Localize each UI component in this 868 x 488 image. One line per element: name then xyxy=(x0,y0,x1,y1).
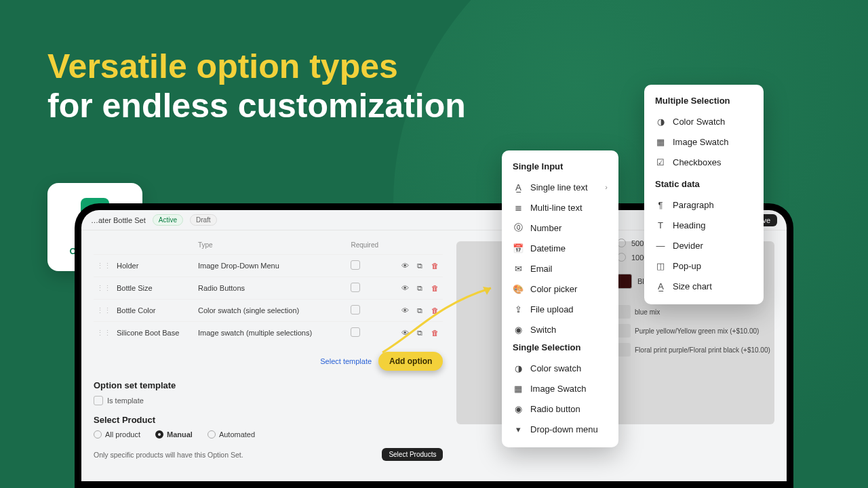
required-checkbox[interactable] xyxy=(351,260,360,270)
variant-thumb-icon xyxy=(617,343,631,357)
menu-item-number[interactable]: ⓪Number xyxy=(502,218,618,238)
menu-item-paragraph[interactable]: ¶Paragraph xyxy=(644,195,764,215)
group-single-selection: Single Selection xyxy=(502,340,618,358)
product-all[interactable]: All product xyxy=(94,430,140,439)
option-type: Image swatch (multiple selections) xyxy=(195,322,348,344)
view-icon[interactable]: 👁 xyxy=(399,283,410,293)
menu-item-devider[interactable]: —Devider xyxy=(644,235,764,256)
headline: Versatile option types for endless custo… xyxy=(47,47,466,125)
table-row: ⋮⋮Bottle ColorColor swatch (single selec… xyxy=(94,300,443,322)
table-row: ⋮⋮Bottle SizeRadio Buttons👁⧉🗑 xyxy=(94,277,443,300)
option-type-icon: ◑ xyxy=(655,116,666,127)
headline-line1: Versatile option types xyxy=(47,47,398,85)
delete-icon[interactable]: 🗑 xyxy=(429,283,440,293)
table-row: ⋮⋮HolderImage Drop-Down Menu👁⧉🗑 xyxy=(94,255,443,277)
duplicate-icon[interactable]: ⧉ xyxy=(414,327,425,338)
option-type-icon: ⓪ xyxy=(513,222,524,233)
status-active[interactable]: Active xyxy=(153,214,183,226)
option-type: Radio Buttons xyxy=(195,277,348,300)
table-row: ⋮⋮Silicone Boot BaseImage swatch (multip… xyxy=(94,322,443,344)
headline-line2: for endless customization xyxy=(47,87,466,125)
required-checkbox[interactable] xyxy=(351,283,360,292)
view-icon[interactable]: 👁 xyxy=(399,327,410,338)
required-checkbox[interactable] xyxy=(351,327,360,337)
menu-item-checkboxes[interactable]: ☑Checkboxes xyxy=(644,152,764,172)
drag-handle-icon[interactable]: ⋮⋮ xyxy=(96,329,111,337)
option-type-icon: ◫ xyxy=(655,260,666,271)
option-type-icon: ¶ xyxy=(655,199,666,210)
menu-item-color-picker[interactable]: 🎨Color picker xyxy=(502,279,618,299)
option-type-icon: ◉ xyxy=(513,403,524,414)
menu-item-email[interactable]: ✉Email xyxy=(502,258,618,279)
menu-item-image-swatch[interactable]: ▦Image Swatch xyxy=(502,378,618,399)
delete-icon[interactable]: 🗑 xyxy=(429,305,440,316)
option-type-icon: 📅 xyxy=(513,243,524,253)
view-icon[interactable]: 👁 xyxy=(399,260,410,271)
menu-item-switch[interactable]: ◉Switch xyxy=(502,319,618,340)
menu-item-color-swatch[interactable]: ◑Color Swatch xyxy=(644,111,764,131)
breadcrumb: …ater Bottle Set xyxy=(91,216,146,224)
drag-handle-icon[interactable]: ⋮⋮ xyxy=(96,306,111,314)
add-option-button[interactable]: Add option xyxy=(378,352,443,371)
option-type-icon: ◑ xyxy=(513,363,524,373)
option-type-icon: A̲ xyxy=(513,182,524,192)
group-single-input: Single Input xyxy=(502,159,618,177)
option-type-menu-right[interactable]: Multiple Selection ◑Color Swatch▦Image S… xyxy=(644,85,764,304)
duplicate-icon[interactable]: ⧉ xyxy=(414,305,425,316)
menu-item-file-upload[interactable]: ⇪File upload xyxy=(502,299,618,319)
delete-icon[interactable]: 🗑 xyxy=(429,260,440,271)
variant-row[interactable]: blue mix xyxy=(617,302,773,321)
option-type-icon: — xyxy=(655,240,666,251)
option-type-menu-left[interactable]: Single Input A̲Single line text›≣Multi-l… xyxy=(502,150,618,447)
col-type: Type xyxy=(195,239,348,255)
option-type-icon: ✉ xyxy=(513,263,524,274)
option-type-icon: ▦ xyxy=(513,383,524,394)
product-manual[interactable]: Manual xyxy=(155,430,193,439)
menu-item-drop-down-menu[interactable]: ▾Drop-down menu xyxy=(502,419,618,439)
select-products-button[interactable]: Select Products xyxy=(382,448,443,461)
option-type-icon: ≣ xyxy=(513,202,524,213)
option-type: Color swatch (single selection) xyxy=(195,300,348,322)
variant-row[interactable]: Purple yellow/Yellow green mix (+$10.00) xyxy=(617,321,773,340)
duplicate-icon[interactable]: ⧉ xyxy=(414,260,425,271)
delete-icon[interactable]: 🗑 xyxy=(429,327,440,338)
product-note: Only specific products will have this Op… xyxy=(94,451,243,459)
view-icon[interactable]: 👁 xyxy=(399,305,410,316)
drag-handle-icon[interactable]: ⋮⋮ xyxy=(96,262,111,270)
options-table: Type Required ⋮⋮HolderImage Drop-Down Me… xyxy=(94,239,443,344)
option-name: Bottle Color xyxy=(114,300,195,322)
option-name: Holder xyxy=(114,255,195,277)
template-heading: Option set template xyxy=(94,380,443,390)
option-name: Bottle Size xyxy=(114,277,195,300)
duplicate-icon[interactable]: ⧉ xyxy=(414,283,425,293)
menu-item-size-chart[interactable]: A̲Size chart xyxy=(644,276,764,296)
drag-handle-icon[interactable]: ⋮⋮ xyxy=(96,284,111,292)
option-type-icon: ▾ xyxy=(513,424,524,434)
chevron-right-icon: › xyxy=(605,183,608,191)
variant-thumb-icon xyxy=(617,324,631,338)
group-static-data: Static data xyxy=(644,176,764,195)
color-swatch[interactable] xyxy=(617,274,632,289)
status-draft[interactable]: Draft xyxy=(190,214,217,226)
variant-thumb-icon xyxy=(617,305,631,319)
menu-item-pop-up[interactable]: ◫Pop-up xyxy=(644,256,764,276)
is-template-checkbox[interactable]: Is template xyxy=(94,396,443,405)
option-type-icon: ☑ xyxy=(655,157,666,167)
menu-item-image-swatch[interactable]: ▦Image Swatch xyxy=(644,131,764,152)
group-multiple-selection: Multiple Selection xyxy=(644,93,764,111)
product-automated[interactable]: Automated xyxy=(208,430,255,439)
menu-item-single-line-text[interactable]: A̲Single line text› xyxy=(502,177,618,197)
option-type: Image Drop-Down Menu xyxy=(195,255,348,277)
required-checkbox[interactable] xyxy=(351,305,360,314)
menu-item-color-swatch[interactable]: ◑Color swatch xyxy=(502,358,618,378)
select-template-link[interactable]: Select template xyxy=(320,357,372,365)
menu-item-radio-button[interactable]: ◉Radio button xyxy=(502,399,618,419)
option-type-icon: ▦ xyxy=(655,136,666,147)
option-type-icon: ⇪ xyxy=(513,304,524,314)
option-type-icon: T xyxy=(655,220,666,230)
col-required: Required xyxy=(348,239,389,255)
menu-item-datetime[interactable]: 📅Datetime xyxy=(502,238,618,258)
menu-item-heading[interactable]: THeading xyxy=(644,215,764,235)
variant-row[interactable]: Floral print purple/Floral print black (… xyxy=(617,340,773,359)
menu-item-multi-line-text[interactable]: ≣Multi-line text xyxy=(502,197,618,218)
